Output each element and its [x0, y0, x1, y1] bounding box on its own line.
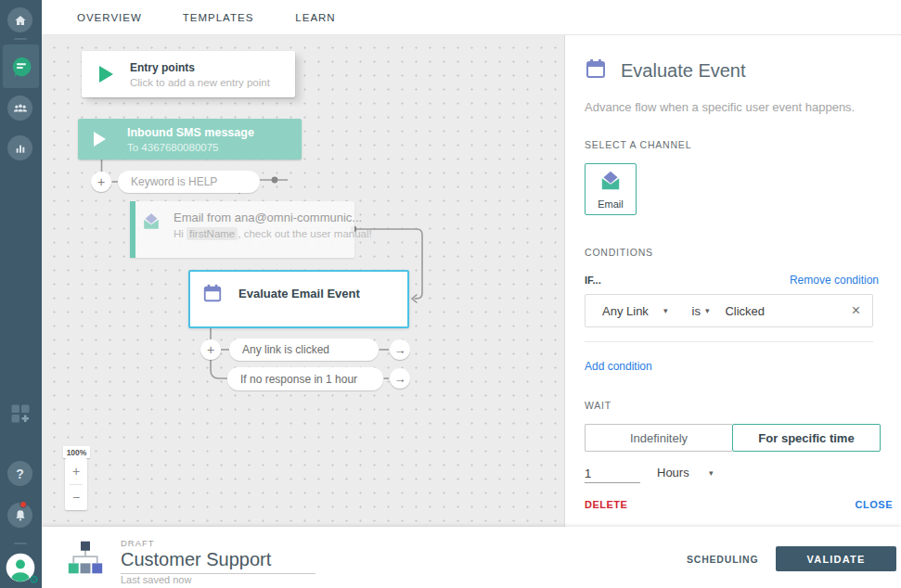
app-window: ? ⚙ OVERVIEW TEMPLATES LEARN: [0, 0, 901, 588]
wait-toggle: Indefinitely For specific time: [585, 424, 881, 452]
remove-condition-x-icon[interactable]: ×: [852, 302, 860, 319]
arrow-right-icon: →: [394, 344, 406, 356]
play-icon: [94, 132, 106, 147]
footer-bar: DRAFT Last saved now SCHEDULING VALIDATE: [42, 527, 901, 588]
keyword-rule-label: Keyword is HELP: [131, 175, 217, 188]
wait-option-specific-time[interactable]: For specific time: [732, 424, 881, 452]
settings-gear-icon[interactable]: ⚙: [29, 574, 39, 585]
panel-description: Advance flow when a specific user event …: [585, 100, 855, 114]
email-envelope-icon: [599, 169, 623, 197]
email-envelope-icon: [141, 211, 161, 236]
notifications-icon[interactable]: [7, 503, 32, 528]
if-label: IF...: [585, 275, 601, 286]
branch-pill-any-link-clicked[interactable]: Any link is clicked: [229, 339, 379, 361]
select-channel-label: SELECT A CHANNEL: [585, 139, 691, 150]
email-node-accent-bar: [130, 201, 135, 258]
status-badge: DRAFT: [121, 538, 155, 548]
chevron-down-icon[interactable]: ▾: [705, 306, 710, 315]
flow-canvas[interactable]: Entry points Click to add a new entry po…: [42, 35, 564, 527]
apps-icon[interactable]: [7, 401, 32, 426]
scheduling-button[interactable]: SCHEDULING: [687, 554, 758, 565]
flow-name-input[interactable]: [121, 549, 315, 574]
node-settings-panel: Evaluate Event Advance flow when a speci…: [564, 35, 901, 527]
people-icon[interactable]: [7, 96, 32, 121]
sidebar-item-conversations-active[interactable]: [3, 45, 39, 88]
play-icon: [99, 66, 113, 83]
sidebar-divider: [14, 38, 27, 40]
email-node-title: Email from ana@omni-communic...: [174, 211, 372, 224]
entry-card-title: Entry points: [130, 61, 270, 74]
question-glyph: ?: [16, 467, 24, 481]
entry-card-subtitle: Click to add a new entry point: [130, 77, 270, 88]
calendar-icon: [202, 283, 223, 307]
sidebar: ? ⚙: [0, 0, 42, 588]
chat-bubble-icon: [9, 55, 33, 79]
sidebar-divider: [14, 543, 27, 544]
account-avatar[interactable]: ⚙: [6, 553, 35, 582]
entry-points-card[interactable]: Entry points Click to add a new entry po…: [82, 51, 295, 97]
duration-unit-select[interactable]: Hours: [657, 466, 689, 479]
branch-connector-button[interactable]: →: [390, 368, 410, 389]
zoom-level-label: 100%: [63, 446, 90, 458]
email-subtitle-prefix: Hi: [174, 228, 187, 239]
zoom-in-button[interactable]: +: [65, 458, 87, 484]
condition-row: Any Link ▾ is ▾ Clicked ×: [585, 294, 873, 327]
branch-connector-button[interactable]: →: [390, 339, 410, 360]
zoom-controls: + −: [65, 458, 87, 510]
top-nav: OVERVIEW TEMPLATES LEARN: [42, 0, 901, 35]
email-subtitle-suffix: , check out the user manual!: [238, 228, 371, 239]
analytics-icon[interactable]: [7, 135, 32, 160]
sms-node-subtitle: To 4367680080075: [127, 142, 254, 153]
help-icon[interactable]: ?: [7, 461, 32, 486]
evaluate-node-title: Evaluate Email Event: [238, 287, 360, 300]
calendar-icon: [585, 58, 607, 83]
keyword-rule-pill[interactable]: Keyword is HELP: [118, 171, 260, 193]
evaluate-email-event-node[interactable]: Evaluate Email Event: [188, 270, 409, 328]
tab-learn[interactable]: LEARN: [295, 12, 335, 23]
validate-button[interactable]: VALIDATE: [776, 546, 896, 571]
email-node[interactable]: Email from ana@omni-communic... Hi first…: [130, 201, 354, 258]
plus-icon: +: [97, 175, 105, 188]
inbound-sms-node[interactable]: Inbound SMS message To 4367680080075: [78, 119, 302, 160]
condition-operator-select[interactable]: is: [692, 304, 701, 318]
chevron-down-icon[interactable]: ▾: [663, 306, 668, 315]
home-icon[interactable]: [7, 7, 32, 32]
arrow-right-icon: →: [394, 373, 406, 385]
branch-pill-label: Any link is clicked: [242, 343, 329, 356]
duration-value-input[interactable]: [585, 465, 640, 483]
channel-label: Email: [598, 198, 624, 210]
wait-option-indefinitely[interactable]: Indefinitely: [585, 424, 732, 452]
last-saved-text: Last saved now: [121, 574, 191, 585]
add-branch-button[interactable]: +: [200, 339, 221, 360]
add-condition-link[interactable]: Add condition: [585, 360, 652, 373]
branch-pill-label: If no response in 1 hour: [240, 373, 357, 386]
plus-icon: +: [207, 343, 214, 356]
panel-title: Evaluate Event: [621, 60, 746, 82]
channel-card-email[interactable]: Email: [585, 163, 637, 215]
branch-pill-no-response[interactable]: If no response in 1 hour: [227, 367, 383, 390]
conditions-label: CONDITIONS: [585, 247, 653, 258]
zoom-out-button[interactable]: −: [65, 485, 87, 511]
tab-overview[interactable]: OVERVIEW: [77, 12, 142, 23]
placeholder-chip: firstName: [187, 227, 238, 240]
remove-condition-link[interactable]: Remove condition: [790, 274, 879, 287]
flow-tree-icon: [67, 539, 104, 580]
divider: [585, 341, 873, 342]
tab-templates[interactable]: TEMPLATES: [183, 12, 254, 23]
condition-field-select[interactable]: Any Link: [602, 304, 660, 318]
email-node-subtitle: Hi firstName, check out the user manual!: [174, 228, 372, 239]
delete-button[interactable]: DELETE: [585, 499, 627, 510]
notification-badge: [19, 501, 27, 508]
close-button[interactable]: CLOSE: [856, 499, 893, 510]
sms-node-title: Inbound SMS message: [127, 126, 254, 139]
chevron-down-icon[interactable]: ▾: [709, 468, 714, 478]
add-branch-button[interactable]: +: [91, 172, 111, 192]
wait-label: WAIT: [585, 400, 611, 411]
condition-value[interactable]: Clicked: [725, 304, 765, 318]
